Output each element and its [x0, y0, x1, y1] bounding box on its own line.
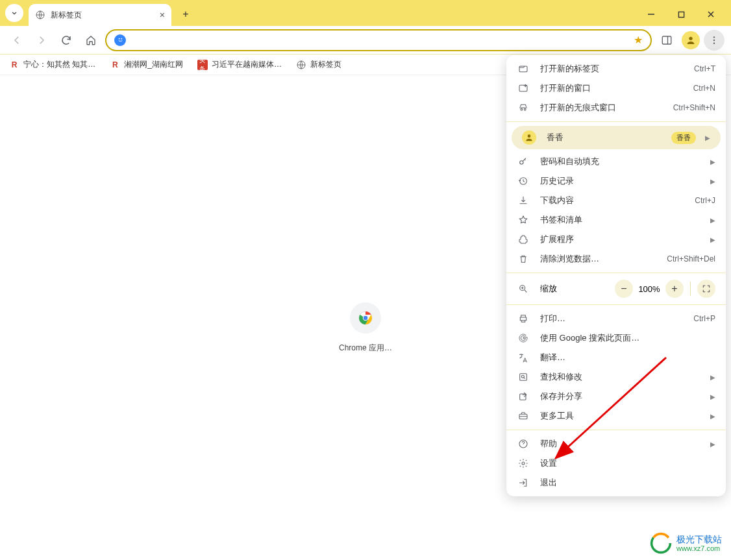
new-tab-button[interactable]: +	[177, 5, 195, 23]
more-menu-button[interactable]	[704, 30, 725, 51]
menu-exit[interactable]: 退出	[506, 473, 726, 493]
menu-new-tab[interactable]: 打开新的标签页Ctrl+T	[506, 59, 726, 79]
site-icon	[114, 34, 126, 46]
window-icon	[517, 83, 530, 93]
home-button[interactable]	[81, 30, 101, 51]
chevron-right-icon: ▶	[710, 374, 715, 381]
bookmark-icon: 头条	[197, 60, 208, 70]
menu-bookmarks[interactable]: 书签和清单▶	[506, 210, 726, 230]
chrome-apps-icon	[350, 302, 381, 334]
bookmark-star-icon[interactable]: ★	[634, 34, 643, 46]
find-icon	[517, 372, 530, 382]
toolbox-icon	[517, 411, 530, 421]
svg-point-5	[689, 36, 692, 40]
browser-tab[interactable]: 新标签页 ×	[29, 4, 171, 26]
help-icon	[517, 439, 530, 449]
star-icon	[517, 215, 530, 225]
person-icon	[522, 130, 536, 145]
menu-new-window[interactable]: 打开新的窗口Ctrl+N	[506, 79, 726, 98]
bookmark-item[interactable]: R宁心：知其然 知其…	[9, 59, 95, 70]
watermark-logo-icon	[649, 531, 673, 555]
chevron-right-icon: ▶	[710, 178, 715, 185]
address-bar[interactable]: ★	[105, 29, 652, 51]
menu-find[interactable]: 查找和修改▶	[506, 367, 726, 387]
close-window-button[interactable]	[696, 3, 726, 26]
chevron-right-icon: ▶	[705, 134, 710, 141]
print-icon	[517, 313, 530, 324]
svg-point-7	[713, 39, 715, 40]
more-menu: 打开新的标签页Ctrl+T 打开新的窗口Ctrl+N 打开新的无痕式窗口Ctrl…	[506, 55, 726, 496]
menu-downloads[interactable]: 下载内容Ctrl+J	[506, 191, 726, 210]
menu-history[interactable]: 历史记录▶	[506, 171, 726, 191]
menu-extensions[interactable]: 扩展程序▶	[506, 230, 726, 249]
exit-icon	[517, 478, 530, 488]
close-tab-button[interactable]: ×	[160, 10, 165, 20]
menu-passwords[interactable]: 密码和自动填充▶	[506, 152, 726, 171]
trash-icon	[517, 254, 530, 264]
svg-point-17	[520, 161, 523, 164]
menu-print[interactable]: 打印…Ctrl+P	[506, 309, 726, 328]
zoom-out-button[interactable]: −	[615, 280, 633, 298]
forward-button[interactable]	[31, 30, 52, 51]
incognito-icon	[517, 103, 530, 113]
svg-point-8	[713, 42, 715, 43]
menu-zoom: 缩放 − 100% +	[506, 277, 726, 300]
menu-clear-data[interactable]: 清除浏览数据…Ctrl+Shift+Del	[506, 249, 726, 269]
history-icon	[517, 176, 530, 186]
titlebar: 新标签页 × +	[0, 0, 731, 26]
svg-point-3	[121, 38, 122, 40]
maximize-button[interactable]	[666, 3, 696, 26]
menu-settings[interactable]: 设置	[506, 454, 726, 473]
gear-icon	[517, 458, 530, 469]
svg-rect-19	[520, 374, 527, 381]
menu-incognito[interactable]: 打开新的无痕式窗口Ctrl+Shift+N	[506, 98, 726, 117]
menu-save-share[interactable]: 保存并分享▶	[506, 387, 726, 406]
tab-title: 新标签页	[51, 10, 82, 21]
side-panel-button[interactable]	[656, 29, 678, 51]
toolbar: ★	[0, 26, 731, 55]
watermark: 极光下载站 www.xz7.com	[649, 531, 722, 555]
translate-icon	[517, 352, 530, 363]
bookmark-icon: R	[110, 60, 120, 70]
back-button[interactable]	[6, 30, 27, 51]
chevron-right-icon: ▶	[710, 413, 715, 420]
minimize-button[interactable]	[636, 3, 666, 26]
chevron-right-icon: ▶	[710, 158, 715, 165]
menu-separator	[506, 304, 726, 305]
window-controls	[636, 3, 726, 26]
fullscreen-button[interactable]	[697, 280, 715, 298]
watermark-name: 极光下载站	[676, 534, 722, 545]
menu-more-tools[interactable]: 更多工具▶	[506, 406, 726, 426]
bookmark-item[interactable]: 头条习近平在越南媒体…	[197, 59, 282, 70]
zoom-in-button[interactable]: +	[665, 280, 684, 298]
menu-translate[interactable]: 翻译…	[506, 348, 726, 367]
bookmark-item[interactable]: 新标签页	[296, 59, 341, 70]
tab-icon	[517, 64, 530, 74]
profile-button[interactable]	[682, 31, 700, 49]
svg-point-16	[528, 134, 531, 138]
url-input[interactable]	[131, 35, 634, 45]
shortcut-label: Chrome 应用…	[339, 343, 392, 354]
globe-icon	[296, 60, 306, 70]
svg-point-24	[522, 462, 525, 465]
download-icon	[517, 195, 530, 206]
menu-google-search[interactable]: 使用 Google 搜索此页面…	[506, 328, 726, 348]
zoom-icon	[517, 284, 530, 294]
svg-rect-14	[519, 66, 527, 72]
svg-rect-1	[678, 12, 684, 17]
reload-button[interactable]	[56, 30, 77, 51]
menu-help[interactable]: 帮助▶	[506, 434, 726, 454]
globe-icon	[35, 10, 45, 20]
key-icon	[517, 156, 530, 167]
menu-profile[interactable]: 香香香香▶	[512, 126, 721, 149]
chevron-right-icon: ▶	[710, 441, 715, 448]
svg-point-13	[364, 316, 367, 320]
bookmark-item[interactable]: R湘潮网_湖南红网	[110, 59, 183, 70]
app-shortcut[interactable]: Chrome 应用…	[339, 302, 392, 354]
tab-search-button[interactable]	[5, 4, 23, 22]
google-icon	[517, 333, 530, 343]
chevron-down-icon	[10, 8, 19, 18]
svg-point-2	[118, 38, 119, 40]
svg-point-6	[713, 36, 715, 38]
bookmark-icon: R	[9, 60, 19, 70]
